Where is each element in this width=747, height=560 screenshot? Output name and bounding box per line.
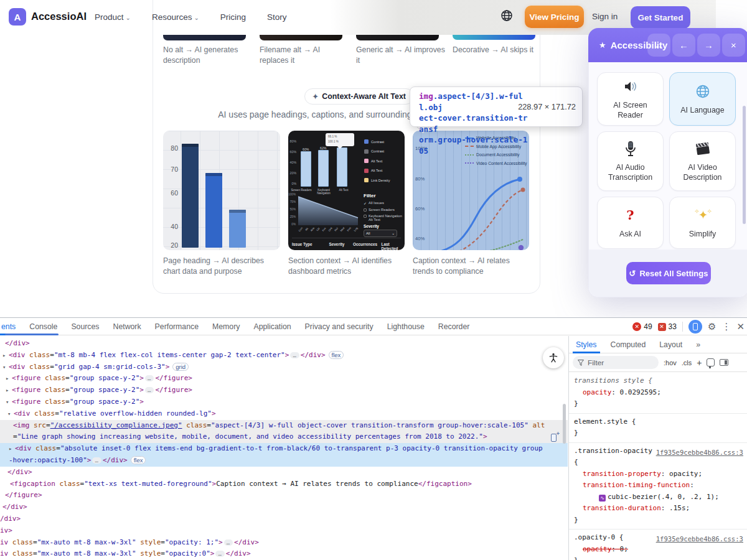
flex-badge[interactable]: flex	[131, 456, 146, 464]
widget-tile-ask-ai[interactable]: ?Ask AI	[597, 197, 664, 249]
dom-tree-line[interactable]: </div>	[0, 338, 568, 350]
alt-example-image[interactable]	[163, 35, 246, 40]
nav-item-product[interactable]: Product⌄	[95, 12, 131, 22]
kebab-menu-icon[interactable]: ⋮	[721, 321, 731, 332]
expand-ellipsis[interactable]: …	[290, 352, 299, 358]
dashboard-bar	[318, 150, 329, 187]
new-style-rule-button[interactable]: +	[697, 358, 702, 368]
stylesheet-link[interactable]: 1f935e9cebbe4b86.css:3	[656, 447, 743, 459]
dom-tree-line[interactable]: /div>	[0, 513, 568, 525]
hov-toggle[interactable]: :hov	[664, 359, 677, 366]
nav-item-story[interactable]: Story	[267, 12, 287, 22]
devtools-tab-sources[interactable]: Sources	[64, 318, 106, 335]
attribute-link[interactable]: "/accessibility_compliance.jpeg"	[50, 421, 182, 429]
alt-example-image[interactable]	[260, 35, 342, 40]
dom-tree-line[interactable]: <figcaption class="text-xs text-muted-fo…	[0, 478, 568, 490]
accessioai-logo[interactable]: A	[9, 8, 26, 26]
alt-example-image[interactable]	[453, 35, 535, 40]
expand-ellipsis[interactable]: …	[145, 387, 154, 393]
panel-dock-icon[interactable]	[720, 359, 728, 366]
console-error-count[interactable]: ✕ 49	[632, 322, 652, 331]
devtools-tab-application[interactable]: Application	[247, 318, 298, 335]
reset-all-settings-button[interactable]: ↺ Reset All Settings	[626, 262, 711, 284]
devtools-tab-performance[interactable]: Performance	[148, 318, 205, 335]
widget-tile-ai-audio-transcription[interactable]: AI Audio Transcription	[597, 131, 664, 191]
stylesheet-link[interactable]: 1f935e9cebbe4b86.css:3	[656, 533, 743, 545]
grid-badge[interactable]: grid	[172, 363, 189, 371]
expand-ellipsis[interactable]: …	[92, 457, 101, 464]
dom-tree-line[interactable]: ▸<div class="absolute inset-0 flex items…	[0, 443, 568, 467]
styles-filter-input[interactable]: Filter	[573, 356, 659, 369]
devtools-tab-lighthouse[interactable]: Lighthouse	[380, 318, 431, 335]
scroll-into-view-icon[interactable]: +	[550, 432, 559, 443]
dom-horizontal-scrollbar[interactable]	[5, 334, 59, 335]
widget-tile-ai-screen-reader[interactable]: AI Screen Reader	[597, 72, 664, 126]
get-started-button[interactable]: Get Started	[631, 6, 690, 29]
devtools-tab-ents[interactable]: ents	[0, 318, 22, 335]
nav-item-pricing[interactable]: Pricing	[220, 12, 246, 22]
widget-back-button[interactable]: ←	[672, 34, 695, 57]
globe-icon[interactable]	[500, 9, 515, 24]
accessibility-person-icon[interactable]	[543, 347, 564, 368]
paint-panel-icon[interactable]	[707, 358, 715, 366]
filter-option[interactable]: ✓All Issues	[364, 201, 402, 205]
dashboard-figure[interactable]: 80%60%40%20%0%60%62%Screen ReadersKeyboa…	[288, 131, 405, 250]
dom-tree-line[interactable]: iv>	[0, 525, 568, 537]
expand-ellipsis[interactable]: …	[145, 375, 154, 381]
sidebar-tab-layout[interactable]: Layout	[652, 336, 689, 353]
dom-tree-line[interactable]: <img src="/accessibility_compliance.jpeg…	[0, 420, 568, 444]
widget-forward-button[interactable]: →	[697, 34, 720, 57]
nav-item-resources[interactable]: Resources⌄	[152, 12, 199, 22]
style-rule[interactable]: 1f935e9cebbe4b86.css:3.opacity-0 {opacit…	[569, 530, 747, 560]
widget-scrollbar[interactable]	[743, 106, 746, 224]
expand-ellipsis[interactable]: …	[224, 539, 233, 546]
dom-tree-line[interactable]: ▾<div class="grid gap-4 sm:grid-cols-3">…	[0, 362, 568, 373]
device-toolbar-icon[interactable]	[688, 320, 702, 334]
expand-ellipsis[interactable]: …	[215, 551, 224, 557]
sidebar-tab-styles[interactable]: Styles	[569, 336, 604, 353]
style-rule[interactable]: transitions style {opacity: 0.0292595;}	[569, 373, 747, 414]
widget-tile-ai-language[interactable]: AI Language	[669, 72, 736, 126]
devtools-tab-recorder[interactable]: Recorder	[431, 318, 477, 335]
alt-example-image[interactable]	[356, 35, 439, 40]
filter-option[interactable]: Keyboard Navigation Alt Text	[364, 214, 402, 222]
globe-icon	[695, 83, 710, 100]
dom-tree-line[interactable]: ▾<div class="relative overflow-hidden ro…	[0, 408, 568, 420]
widget-tile-simplify[interactable]: ✧✦✧Simplify	[669, 197, 736, 249]
dom-tree-line[interactable]: ▸<div class="mt-8 mb-4 flex flex-col ite…	[0, 350, 568, 362]
cls-toggle[interactable]: .cls	[682, 359, 692, 366]
devtools-tab-network[interactable]: Network	[106, 318, 148, 335]
widget-tile-ai-video-description[interactable]: AI Video Description	[669, 131, 736, 191]
brand-name[interactable]: AccessioAI	[31, 11, 87, 22]
star-icon: ★	[599, 40, 606, 50]
devtools-tab-privacy-and-security[interactable]: Privacy and security	[298, 318, 380, 335]
cubic-bezier-icon[interactable]: ∿	[599, 495, 606, 502]
dom-tree-line[interactable]: </div>	[0, 502, 568, 513]
bar-chart-figure[interactable]: 8070604020	[163, 131, 280, 250]
dom-tree-line[interactable]: iv class="mx-auto mt-8 max-w-3xl" style=…	[0, 548, 568, 560]
view-pricing-button[interactable]: View Pricing	[525, 6, 584, 28]
console-warning-count[interactable]: ✕ 33	[658, 322, 677, 331]
dom-tree-line[interactable]: </figure>	[0, 490, 568, 502]
dom-tree-line[interactable]: </div>	[0, 467, 568, 478]
flex-badge[interactable]: flex	[329, 351, 344, 359]
style-rule[interactable]: 1f935e9cebbe4b86.css:3.transition-opacit…	[569, 443, 747, 530]
dom-tree-line[interactable]: ▸<figure class="group space-y-2">…</figu…	[0, 385, 568, 396]
style-rule[interactable]: element.style {}	[569, 414, 747, 443]
widget-close-button[interactable]: ×	[722, 34, 745, 57]
devtools-close-icon[interactable]: ✕	[736, 321, 745, 332]
gear-icon[interactable]: ⚙	[708, 321, 716, 332]
dom-tree-line[interactable]: ▾<figure class="group space-y-2">	[0, 396, 568, 408]
filter-option[interactable]: Screen Readers	[364, 208, 402, 212]
sign-in-link[interactable]: Sign in	[592, 12, 618, 21]
dom-tree-line[interactable]: ▸<figure class="group space-y-2">…</figu…	[0, 373, 568, 385]
sidebar-tab-more[interactable]: »	[689, 336, 707, 353]
sidebar-tab-computed[interactable]: Computed	[604, 336, 653, 353]
devtools-tab-console[interactable]: Console	[22, 318, 64, 335]
dom-tree-line[interactable]: iv class="mx-auto mt-8 max-w-3xl" style=…	[0, 537, 568, 549]
dom-vertical-scrollbar[interactable]	[563, 404, 566, 444]
severity-select[interactable]: All⌄	[364, 230, 397, 237]
widget-resize-button[interactable]: ↔	[647, 34, 670, 57]
accessibility-widget-header[interactable]: ★ Accessibility ↔←→×	[588, 28, 747, 62]
devtools-tab-memory[interactable]: Memory	[205, 318, 247, 335]
